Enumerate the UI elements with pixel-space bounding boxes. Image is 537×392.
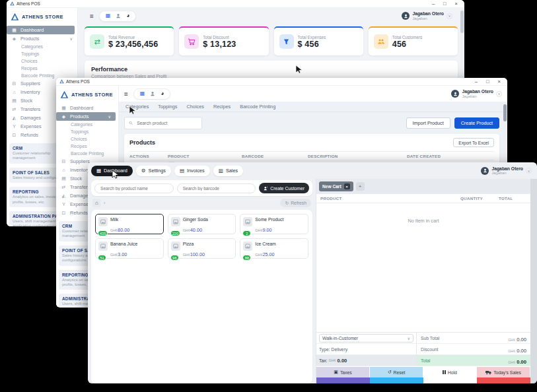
- sidebar-item-label: Dashboard: [70, 105, 93, 111]
- pos-nav-tab[interactable]: ▥ Sales: [213, 166, 243, 176]
- tab[interactable]: Barcode Printing: [240, 104, 275, 110]
- action-label: Taxes: [340, 370, 352, 375]
- sidebar-subitem[interactable]: Categories: [56, 121, 118, 128]
- sidebar-item-icon: ⊟: [11, 81, 17, 86]
- sidebar-item-label: Inventory: [70, 167, 90, 173]
- pos-nav-tab[interactable]: ⚙ Settings: [136, 166, 171, 176]
- partial-button[interactable]: [370, 377, 423, 383]
- export-to-excel-button[interactable]: Export To Excel: [453, 138, 494, 147]
- search-product-input[interactable]: [135, 120, 197, 126]
- search-by-name-field[interactable]: [94, 183, 174, 193]
- search-by-barcode-field[interactable]: [177, 183, 256, 193]
- col-header: PRODUCT: [316, 196, 460, 201]
- sidebar-item[interactable]: ▦ Dashboard: [56, 104, 118, 112]
- minimize-button[interactable]: –: [432, 1, 435, 7]
- user-chip[interactable]: Jagaban Otero Jagaban ∨: [481, 166, 532, 176]
- sidebar-subitem[interactable]: Recipes: [7, 65, 77, 72]
- sidebar-item-label: Products: [20, 36, 39, 42]
- search-product-field[interactable]: [124, 117, 202, 129]
- dashboard-view-icon[interactable]: ▦: [140, 91, 145, 96]
- create-product-button[interactable]: Create Product: [454, 117, 499, 129]
- sidebar-item-icon: Y: [11, 124, 17, 129]
- tab[interactable]: Toppings: [158, 104, 177, 110]
- order-type[interactable]: Type: Delivery: [316, 344, 416, 355]
- product-card[interactable]: Ginger Soda GH¢40.00 220: [168, 214, 236, 234]
- close-cart-icon[interactable]: ×: [344, 183, 350, 189]
- sidebar-subitem[interactable]: Choices: [56, 135, 118, 143]
- cart-action-button[interactable]: ↺ Reset: [370, 367, 423, 377]
- reports-pie-icon[interactable]: ◕: [126, 13, 129, 18]
- user-chip[interactable]: Jagaban Otero Jagaban ∨: [402, 11, 452, 20]
- product-card[interactable]: Some Product GH¢9.00 2: [240, 214, 308, 234]
- sidebar-item-icon: ⇄: [11, 107, 17, 112]
- hamburger-menu-icon[interactable]: ≡: [124, 90, 128, 98]
- sidebar-item-icon: ⌂: [61, 168, 67, 172]
- close-button[interactable]: ×: [455, 1, 458, 7]
- cart-tab-label: New Cart: [322, 184, 341, 189]
- search-by-name-input[interactable]: [99, 185, 169, 191]
- summary-row: Total GH¢0.00: [417, 355, 530, 366]
- view-switcher: ▦ ◕: [99, 11, 136, 22]
- sidebar-subitem[interactable]: Toppings: [56, 128, 118, 135]
- customer-select[interactable]: Walk-in-Customer ∨: [319, 334, 413, 343]
- home-icon[interactable]: ⌂: [92, 199, 101, 207]
- product-tabs: Categories Toppings Choices Recipes Barc…: [119, 102, 507, 112]
- chevron-down-icon[interactable]: ∨: [526, 168, 532, 174]
- chevron-down-icon[interactable]: ∨: [447, 13, 452, 19]
- chevron-down-icon[interactable]: ∨: [496, 91, 502, 97]
- sidebar-subitem[interactable]: Recipes: [56, 143, 118, 150]
- cart-action-button[interactable]: Today's Sales: [477, 367, 530, 377]
- stat-card-customers: Total Customers 456: [369, 26, 458, 55]
- product-card[interactable]: Pizza GH¢100.00 98: [168, 238, 236, 259]
- create-customer-button[interactable]: Create Customer: [259, 183, 309, 193]
- stock-count-badge: 435: [98, 230, 108, 236]
- partial-button[interactable]: [423, 377, 477, 383]
- profile-icon[interactable]: [116, 13, 121, 18]
- cart-tab[interactable]: New Cart ×: [319, 181, 353, 191]
- tax-label: Tax:: [319, 358, 327, 363]
- product-thumb-icon: [243, 242, 252, 251]
- pos-left-pane: Create Customer ⌂ › ↻ Refresh: [88, 179, 316, 383]
- sidebar-subitem[interactable]: Toppings: [7, 50, 77, 57]
- titlebar[interactable]: Athens POS – □ ×: [7, 0, 464, 8]
- add-cart-button[interactable]: +: [356, 182, 365, 191]
- hamburger-menu-icon[interactable]: ≡: [90, 13, 94, 20]
- maximize-button[interactable]: □: [486, 79, 489, 84]
- import-product-button[interactable]: Import Product: [406, 117, 450, 129]
- table-header-row: ACTIONS PRODUCT BARCODE DESCRIPTION DATE…: [129, 151, 494, 160]
- dashboard-view-icon[interactable]: ▦: [106, 13, 111, 18]
- maximize-button[interactable]: □: [443, 1, 447, 7]
- user-chip[interactable]: Jagaban Otero Jagaban ∨: [451, 89, 502, 98]
- partial-button[interactable]: [316, 377, 370, 383]
- sidebar-subitem[interactable]: Barcode Printing: [56, 150, 118, 157]
- stock-count-badge: 2: [242, 230, 251, 236]
- tab[interactable]: Choices: [187, 104, 204, 110]
- pos-nav-tab[interactable]: ▤ Invoices: [174, 166, 210, 176]
- summary-amount: 0.00: [517, 337, 526, 343]
- app-logo-icon: [10, 1, 15, 6]
- search-by-barcode-input[interactable]: [182, 185, 252, 191]
- sidebar-item[interactable]: ◈ Products ∨: [7, 34, 77, 43]
- sidebar-item-label: Damages: [20, 115, 41, 121]
- titlebar[interactable]: Athens POS – □ ×: [56, 78, 507, 86]
- stat-card-expenses: Total Expenses $ 456: [274, 26, 363, 55]
- refresh-button[interactable]: ↻ Refresh: [280, 199, 311, 207]
- sidebar-subitem[interactable]: Categories: [7, 43, 77, 50]
- product-card[interactable]: Banana Juice GH¢3.00 51: [95, 238, 164, 259]
- product-card[interactable]: Ice Cream GH¢25.00 88: [240, 238, 308, 259]
- minimize-button[interactable]: –: [475, 79, 478, 84]
- tab[interactable]: Recipes: [213, 104, 231, 110]
- cart-action-button[interactable]: ▣ Taxes: [316, 367, 370, 377]
- partial-button[interactable]: [477, 377, 530, 383]
- reports-pie-icon[interactable]: ◕: [161, 91, 164, 96]
- right-scroll-strip[interactable]: [530, 179, 537, 383]
- col-header: PRODUCT: [168, 154, 242, 158]
- sidebar-item[interactable]: ▦ Dashboard: [7, 26, 75, 34]
- close-button[interactable]: ×: [498, 79, 501, 84]
- mouse-cursor: [129, 106, 137, 116]
- sidebar-item[interactable]: ◈ Products ∨: [56, 112, 116, 121]
- product-card[interactable]: Milk GH¢80.00 435: [95, 214, 164, 234]
- sidebar-subitem[interactable]: Choices: [7, 57, 77, 65]
- profile-icon[interactable]: [150, 91, 155, 96]
- cart-action-button[interactable]: Hold: [423, 367, 477, 377]
